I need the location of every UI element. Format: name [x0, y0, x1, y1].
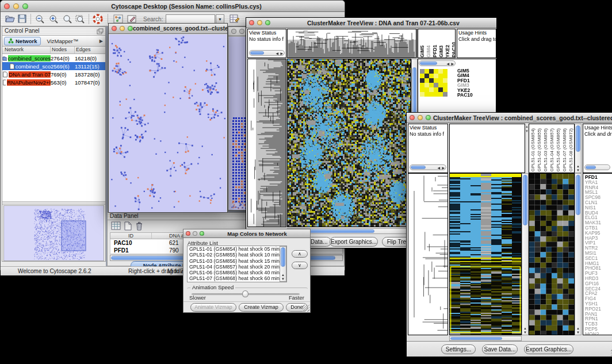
scroll-up-icon[interactable]: ▲	[280, 273, 286, 277]
zoom-out-icon[interactable]	[35, 14, 45, 24]
scroll-down-icon[interactable]: ▼	[280, 277, 286, 281]
vizmap-icon[interactable]	[113, 14, 123, 24]
treeview1-zoom-heatmap[interactable]	[420, 69, 447, 97]
minimize-button[interactable]	[239, 29, 244, 34]
scroll-down-icon[interactable]: ▼	[575, 168, 581, 172]
select-attributes-icon[interactable]	[111, 221, 121, 231]
gene-label[interactable]: ELG1	[585, 214, 612, 220]
zoom-in-icon[interactable]	[49, 14, 59, 24]
attribute-item[interactable]: GPL51-04 (GSM857) heat shock 20 min	[188, 264, 286, 270]
minimize-button[interactable]	[120, 26, 125, 31]
gene-label[interactable]: TCB3	[585, 321, 612, 326]
gene-label[interactable]: MSL1	[585, 189, 612, 194]
gene-label[interactable]: MSI1	[585, 250, 612, 255]
gene-label[interactable]: FIG4	[585, 296, 612, 301]
gene-label[interactable]: RPN1	[585, 316, 612, 321]
column-header-nodes[interactable]: Nodes	[51, 47, 75, 53]
search-dropdown-button[interactable]: ▼	[216, 14, 224, 24]
network-overview-canvas[interactable]	[4, 206, 104, 260]
network-row[interactable]: RNAPuberNov2+I563(0)107847(0)	[2, 78, 105, 86]
resize-grip[interactable]	[303, 305, 309, 312]
network-overview-panel[interactable]	[3, 205, 104, 261]
scroll-right-icon[interactable]: ▶	[442, 166, 445, 170]
column-header-id[interactable]: ID	[110, 233, 152, 239]
network-row[interactable]: combined_scores2764(0)16218(0)	[2, 54, 105, 62]
tabs-overflow-arrow[interactable]: ▶	[100, 39, 103, 44]
slider-thumb[interactable]	[242, 290, 248, 297]
gene-label[interactable]: VIP1	[585, 240, 612, 245]
gene-label[interactable]: RNR4	[585, 185, 612, 190]
attribute-item[interactable]: GPL51-03 (GSM856) heat shock 15 min	[188, 258, 286, 264]
gene-label[interactable]: GPI16	[585, 281, 612, 286]
gene-label[interactable]: CLN1	[585, 200, 612, 205]
search-input[interactable]	[166, 14, 215, 24]
scroll-left-icon[interactable]: ◀	[437, 166, 440, 170]
dialog-titlebar[interactable]: Map Colors to Network	[183, 229, 310, 238]
animate-vizmap-button[interactable]: Animate Vizmap	[190, 303, 236, 312]
attribute-list-scrollbar[interactable]: ▲ ▼	[280, 246, 286, 282]
network-row[interactable]: DNA and Tran 07769(0)183728(0)	[2, 70, 105, 78]
network1-canvas[interactable]	[109, 35, 227, 212]
export-graphics-button[interactable]: Export Graphics...	[524, 344, 573, 354]
usage-hints-scrollbar[interactable]	[584, 164, 610, 170]
treeview2-zoom-scrollbar[interactable]: ▲ ▼	[575, 173, 582, 335]
gene-label[interactable]: SEC1	[585, 255, 612, 260]
scroll-up-icon[interactable]: ▲	[575, 327, 581, 330]
minimize-button[interactable]	[13, 3, 19, 9]
gene-label[interactable]: PFD1	[585, 174, 612, 179]
create-vizmap-button[interactable]: Create Vizmap	[239, 303, 284, 312]
gene-label[interactable]: YRA1	[585, 179, 612, 185]
network-row[interactable]: combined_sco2569(6)13112(15)	[2, 62, 105, 70]
gene-label[interactable]: BUD4	[585, 210, 612, 215]
attribute-item[interactable]: GPL51-01 (GSM854) heat shock 05 min	[188, 246, 286, 252]
minimize-button[interactable]	[418, 115, 423, 120]
gene-label[interactable]: KAP95	[585, 230, 612, 235]
zoom-button[interactable]	[128, 26, 133, 31]
gene-label[interactable]: MAK31	[585, 220, 612, 225]
gene-label[interactable]: YSH1	[585, 301, 612, 306]
save-data-button[interactable]: Save Data...	[482, 344, 518, 354]
gene-label[interactable]: GTB1	[585, 225, 612, 230]
gene-label[interactable]: PAN1	[585, 311, 612, 316]
scroll-right-icon[interactable]: ▶	[280, 51, 283, 55]
treeview2-zoom-heatmap[interactable]	[529, 174, 574, 335]
treeview2-vscrollbar[interactable]: ▲ ▼	[522, 173, 529, 335]
delete-attribute-icon[interactable]	[135, 221, 143, 231]
close-button[interactable]	[410, 115, 415, 120]
gene-label[interactable]: PEP5	[585, 326, 612, 331]
zoom-panel-hscrollbar[interactable]: ◀ ▶	[419, 60, 456, 66]
close-button[interactable]	[231, 29, 236, 34]
zoom-selected-icon[interactable]	[75, 14, 86, 24]
move-down-button[interactable]: ∨	[292, 262, 308, 269]
treeview2-collabel-scrollbar[interactable]: ▲ ▼	[575, 124, 582, 173]
zoom-button[interactable]	[265, 20, 270, 25]
close-button[interactable]	[249, 20, 254, 25]
treeview2-row-dendrogram[interactable]	[408, 174, 447, 335]
scroll-up-icon[interactable]: ▲	[575, 164, 581, 168]
treeview2-heatmap[interactable]	[450, 174, 521, 335]
gene-label[interactable]: NTR2	[585, 245, 612, 250]
scroll-down-icon[interactable]: ▼	[575, 331, 581, 334]
column-header-edges[interactable]: Edges	[75, 47, 105, 53]
save-icon[interactable]	[18, 14, 27, 24]
gene-label[interactable]: PUF3	[585, 270, 612, 275]
treeview2-titlebar[interactable]: ClusterMaker TreeView : combined_scores_…	[407, 113, 612, 123]
column-header-network[interactable]: Network	[2, 47, 51, 53]
gene-label[interactable]: MON2	[585, 331, 612, 335]
treeview2-hscrollbar[interactable]	[449, 336, 522, 341]
gene-label[interactable]: PHO81	[585, 265, 612, 270]
tab-vizmapper[interactable]: VizMapper™	[47, 38, 78, 44]
zoom-button[interactable]	[22, 3, 28, 9]
float-panel-icon[interactable]	[97, 28, 104, 35]
help-lifesaver-icon[interactable]	[93, 14, 103, 24]
annotation-icon[interactable]	[127, 14, 137, 24]
gene-label[interactable]: NIS1	[585, 205, 612, 210]
scroll-left-icon[interactable]: ◀	[446, 62, 449, 66]
attribute-item[interactable]: GPL51-02 (GSM855) heat shock 10 min	[188, 252, 286, 258]
scroll-right-icon[interactable]: ▶	[451, 62, 454, 66]
attribute-item[interactable]: GPL51-07 (GSM868) heat shock 60 min	[188, 275, 286, 281]
gene-label[interactable]: RPO21	[585, 306, 612, 311]
zoom-fit-icon[interactable]	[63, 14, 73, 24]
treeview1-row-dendrogram[interactable]	[248, 59, 286, 227]
close-button[interactable]	[112, 26, 117, 31]
